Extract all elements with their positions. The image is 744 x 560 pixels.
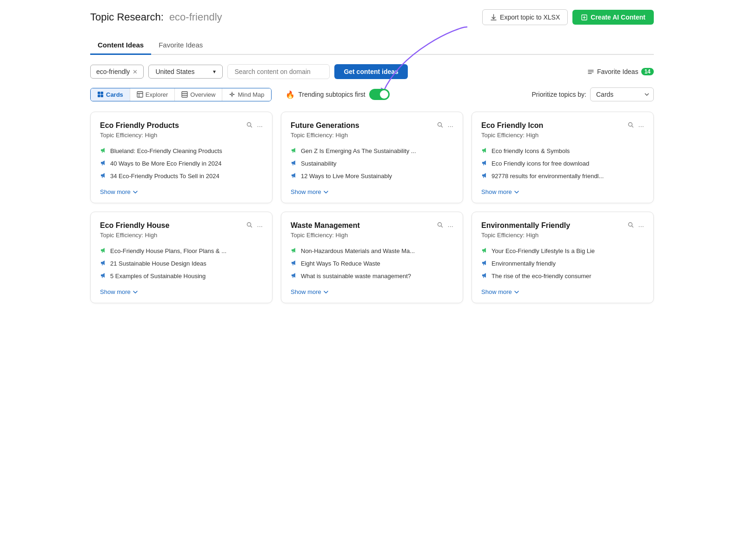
- card-header: Eco Friendly Products ···: [100, 121, 263, 130]
- card-title: Environmentally Friendly: [481, 221, 627, 230]
- card-item-text: Environmentally friendly: [492, 260, 556, 267]
- show-more-button[interactable]: Show more: [291, 288, 329, 295]
- card-item-text: Eco-Friendly House Plans, Floor Plans & …: [110, 247, 226, 254]
- megaphone-icon: [481, 172, 488, 180]
- card-list-item: Environmentally friendly: [481, 260, 644, 267]
- megaphone-icon: [100, 260, 106, 267]
- card-items: Blueland: Eco-Friendly Cleaning Products…: [100, 147, 263, 180]
- megaphone-icon: [100, 247, 106, 255]
- svg-rect-6: [137, 92, 143, 97]
- view-sort-row: Cards Explorer Overview: [90, 87, 654, 101]
- megaphone-icon: [291, 147, 297, 155]
- prioritize-select[interactable]: Cards Search Volume Difficulty: [590, 87, 654, 101]
- svg-rect-4: [98, 95, 100, 98]
- prioritize-section: Prioritize topics by: Cards Search Volum…: [532, 87, 654, 101]
- chevron-down-icon: [514, 189, 519, 195]
- view-mindmap-button[interactable]: Mind Map: [222, 88, 271, 101]
- card-title: Waste Management: [291, 221, 437, 230]
- page-header: Topic Research: eco-friendly Export topi…: [90, 9, 654, 25]
- show-more-button[interactable]: Show more: [291, 188, 329, 195]
- chevron-down-icon: [133, 289, 138, 295]
- view-explorer-button[interactable]: Explorer: [130, 88, 175, 101]
- create-ai-content-button[interactable]: Create AI Content: [572, 10, 654, 25]
- card-list-item: The rise of the eco-friendly consumer: [481, 272, 644, 280]
- more-options-icon[interactable]: ···: [638, 122, 644, 130]
- trending-toggle[interactable]: [369, 89, 390, 100]
- card-efficiency: Topic Efficiency: High: [291, 232, 453, 239]
- svg-rect-5: [101, 95, 104, 98]
- table-icon: [137, 91, 143, 98]
- more-options-icon[interactable]: ···: [447, 122, 453, 130]
- card-list-item: Non-Hazardous Materials and Waste Ma...: [291, 247, 453, 255]
- more-options-icon[interactable]: ···: [447, 222, 453, 230]
- show-more-button[interactable]: Show more: [100, 288, 138, 295]
- get-content-ideas-button[interactable]: Get content ideas: [334, 64, 407, 79]
- more-options-icon[interactable]: ···: [257, 222, 263, 230]
- keyword-tag[interactable]: eco-friendly ✕: [90, 65, 144, 79]
- megaphone-icon: [291, 260, 297, 267]
- card-list-item: 40 Ways to Be More Eco Friendly in 2024: [100, 160, 263, 167]
- card-item-text: Your Eco-Friendly Lifestyle Is a Big Lie: [492, 247, 595, 254]
- toggle-slider: [369, 89, 390, 100]
- chevron-down-icon: [323, 289, 329, 295]
- tab-content-ideas[interactable]: Content Ideas: [90, 36, 151, 55]
- card-header: Environmentally Friendly ···: [481, 221, 644, 230]
- chevron-down-icon: [323, 189, 329, 195]
- card-header: Eco Friendly House ···: [100, 221, 263, 230]
- search-icon[interactable]: [437, 221, 444, 230]
- search-icon[interactable]: [246, 221, 253, 230]
- card-5: Waste Management ··· Topic Efficiency: H…: [281, 212, 463, 303]
- card-list-item: 92778 results for environmentally friend…: [481, 172, 644, 180]
- card-item-text: 34 Eco-Friendly Products To Sell in 2024: [110, 173, 219, 180]
- search-icon[interactable]: [627, 221, 634, 230]
- megaphone-icon: [100, 272, 106, 280]
- card-item-text: Eco friendly Icons & Symbols: [492, 147, 570, 154]
- card-items: Non-Hazardous Materials and Waste Ma... …: [291, 247, 453, 280]
- card-list-item: 34 Eco-Friendly Products To Sell in 2024: [100, 172, 263, 180]
- card-list-item: Gen Z Is Emerging As The Sustainability …: [291, 147, 453, 155]
- card-title: Eco Friendly Products: [100, 121, 246, 130]
- card-list-item: What is sustainable waste management?: [291, 272, 453, 280]
- card-list-item: Eight Ways To Reduce Waste: [291, 260, 453, 267]
- card-actions: ···: [246, 121, 263, 130]
- search-domain-input[interactable]: [227, 64, 330, 79]
- favorite-ideas-button[interactable]: Favorite Ideas 14: [587, 68, 654, 75]
- chevron-down-icon: [133, 189, 138, 195]
- close-keyword-icon[interactable]: ✕: [133, 68, 138, 75]
- card-item-text: 5 Examples of Sustainable Housing: [110, 273, 206, 280]
- view-buttons: Cards Explorer Overview: [90, 88, 272, 101]
- card-actions: ···: [627, 121, 644, 130]
- more-options-icon[interactable]: ···: [257, 122, 263, 130]
- svg-point-9: [247, 123, 251, 127]
- card-item-text: Sustainability: [301, 160, 337, 167]
- controls-wrapper: eco-friendly ✕ United States ▾ Get conte…: [90, 64, 654, 79]
- megaphone-icon: [100, 172, 106, 180]
- chevron-down-icon: ▾: [213, 68, 216, 75]
- tab-favorite-ideas[interactable]: Favorite Ideas: [151, 36, 210, 55]
- export-button[interactable]: Export topic to XLSX: [482, 9, 568, 25]
- card-list-item: 21 Sustainable House Design Ideas: [100, 260, 263, 267]
- country-dropdown[interactable]: United States ▾: [148, 65, 223, 79]
- more-options-icon[interactable]: ···: [638, 222, 644, 230]
- megaphone-icon: [481, 247, 488, 255]
- show-more-button[interactable]: Show more: [100, 188, 138, 195]
- view-cards-button[interactable]: Cards: [91, 88, 130, 101]
- show-more-button[interactable]: Show more: [481, 288, 519, 295]
- card-item-text: 12 Ways to Live More Sustainably: [301, 173, 392, 180]
- search-icon[interactable]: [246, 121, 253, 130]
- card-item-text: Eco Friendly icons for free download: [492, 160, 589, 167]
- card-list-item: 5 Examples of Sustainable Housing: [100, 272, 263, 280]
- svg-point-11: [629, 123, 632, 127]
- show-more-button[interactable]: Show more: [481, 188, 519, 195]
- card-6: Environmentally Friendly ··· Topic Effic…: [472, 212, 654, 303]
- card-actions: ···: [437, 121, 453, 130]
- megaphone-icon: [481, 147, 488, 155]
- header-actions: Export topic to XLSX Create AI Content: [482, 9, 654, 25]
- card-4: Eco Friendly House ··· Topic Efficiency:…: [90, 212, 272, 303]
- megaphone-icon: [481, 272, 488, 280]
- overview-icon: [181, 91, 188, 98]
- search-icon[interactable]: [627, 121, 634, 130]
- view-overview-button[interactable]: Overview: [175, 88, 222, 101]
- search-icon[interactable]: [437, 121, 444, 130]
- trending-section: 🔥 Trending subtopics first: [286, 89, 390, 100]
